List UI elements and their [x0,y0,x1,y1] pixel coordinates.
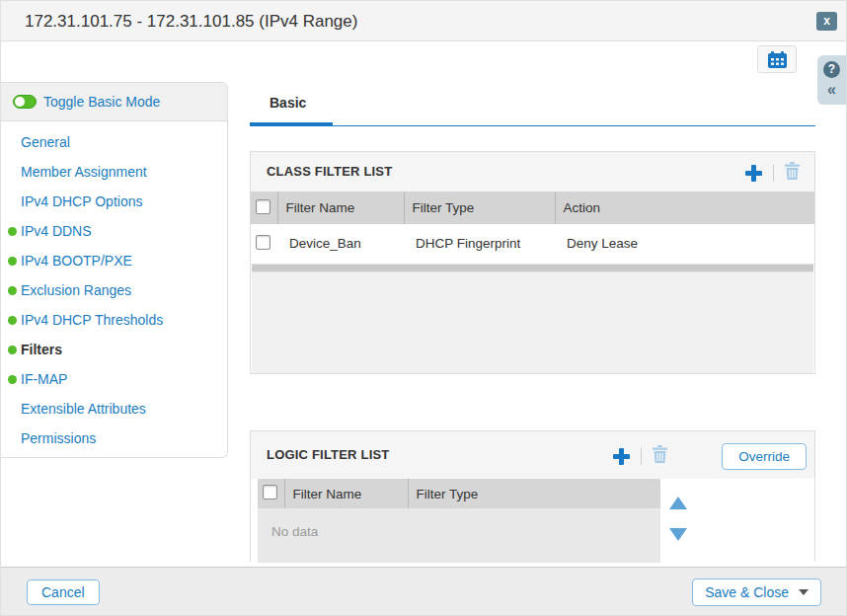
delete-class-filter-icon[interactable] [784,162,801,184]
sidebar-item-ipv4-bootp-pxe[interactable]: IPv4 BOOTP/PXE [1,246,227,275]
add-class-filter-icon[interactable] [744,164,763,183]
settings-sidebar: Toggle Basic Mode General Member Assignm… [1,82,228,458]
help-icon[interactable]: ? [823,61,840,78]
toggle-basic-mode[interactable]: Toggle Basic Mode [1,83,227,121]
toggle-icon [13,95,37,109]
column-header-filter-type[interactable]: Filter Type [408,479,660,508]
ipv4-range-dialog: 172.31.101.75 - 172.31.101.85 (IPv4 Rang… [0,0,847,616]
sidebar-item-member-assignment[interactable]: Member Assignment [1,157,227,187]
cancel-button[interactable]: Cancel [27,579,100,605]
tab-basic[interactable]: Basic [270,95,306,111]
select-all-checkbox[interactable] [256,199,270,214]
cell-filter-type: DHCP Fingerprint [404,224,555,264]
status-dot-icon [8,227,17,236]
class-filter-list-panel: CLASS FILTER LIST Filt [250,151,815,374]
save-and-close-button[interactable]: Save & Close [692,578,821,606]
class-filter-table: Filter Name Filter Type Action Device_Ba… [251,192,814,265]
tab-active-indicator [250,122,333,126]
toggle-basic-mode-label: Toggle Basic Mode [43,94,160,110]
sidebar-item-general[interactable]: General [1,127,227,157]
status-dot-icon [8,375,17,384]
row-checkbox[interactable] [256,235,270,250]
status-dot-icon [8,346,17,354]
dialog-footer: Cancel Save & Close [1,567,847,616]
sidebar-nav: General Member Assignment IPv4 DHCP Opti… [1,121,227,453]
override-button[interactable]: Override [722,443,807,470]
horizontal-scrollbar[interactable] [252,265,813,271]
logic-filter-list-title: LOGIC FILTER LIST [267,431,389,479]
tab-divider [250,125,815,126]
status-dot-icon [8,257,17,266]
icon-separator [641,448,642,465]
sidebar-item-extensible-attributes[interactable]: Extensible Attributes [1,394,227,424]
collapse-panel-icon[interactable]: « [827,81,836,99]
status-dot-icon [8,286,17,295]
arrow-down-icon[interactable] [669,528,687,541]
sidebar-item-filters[interactable]: Filters [1,335,227,364]
sidebar-item-exclusion-ranges[interactable]: Exclusion Ranges [1,275,227,305]
delete-logic-filter-icon[interactable] [652,445,668,467]
logic-filter-list-panel: LOGIC FILTER LIST Override [250,430,815,562]
sidebar-item-permissions[interactable]: Permissions [1,424,227,453]
calendar-icon [768,51,787,68]
dialog-titlebar: 172.31.101.75 - 172.31.101.85 (IPv4 Rang… [1,1,847,41]
dialog-title: 172.31.101.75 - 172.31.101.85 (IPv4 Rang… [25,1,357,41]
sidebar-item-if-map[interactable]: IF-MAP [1,364,227,394]
sidebar-item-ipv4-ddns[interactable]: IPv4 DDNS [1,216,227,246]
column-header-filter-name[interactable]: Filter Name [277,192,404,224]
help-panel-flap: ? « [817,55,846,105]
schedule-button[interactable] [757,45,797,73]
status-dot-icon [8,316,17,325]
column-header-filter-type[interactable]: Filter Type [404,192,555,224]
icon-separator [773,165,774,182]
cell-filter-name: Device_Ban [277,224,404,264]
table-row[interactable]: Device_Ban DHCP Fingerprint Deny Lease [251,224,814,264]
select-all-checkbox[interactable] [263,485,277,500]
no-data-placeholder: No data [258,508,660,563]
class-filter-list-header: CLASS FILTER LIST [251,152,814,192]
logic-filter-table: Filter Name Filter Type No data [258,479,660,563]
chevron-down-icon [799,589,808,595]
cell-action: Deny Lease [555,224,814,264]
sidebar-item-ipv4-dhcp-options[interactable]: IPv4 DHCP Options [1,187,227,216]
logic-filter-list-header: LOGIC FILTER LIST Override [251,431,814,479]
table-empty-area [252,271,813,373]
add-logic-filter-icon[interactable] [612,447,631,466]
class-filter-list-title: CLASS FILTER LIST [267,152,392,192]
save-and-close-label: Save & Close [705,584,789,600]
column-header-filter-name[interactable]: Filter Name [284,479,408,508]
arrow-up-icon[interactable] [669,497,687,509]
column-header-action[interactable]: Action [555,192,814,224]
sidebar-item-ipv4-dhcp-thresholds[interactable]: IPv4 DHCP Thresholds [1,305,227,335]
close-icon[interactable]: x [816,12,837,31]
